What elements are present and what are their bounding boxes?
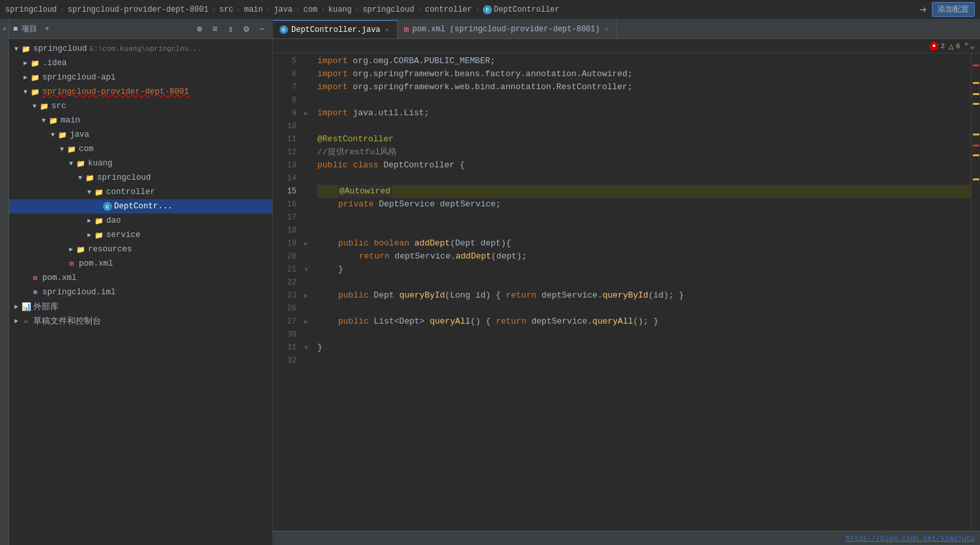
code-line-27: public List<Dept> queryAll() { return de… [317, 315, 971, 328]
tree-arrow-provider: ▼ [21, 87, 30, 96]
code-editor: 5 6 7 8 9 10 11 12 13 14 15 16 17 18 19 … [273, 53, 980, 531]
tree-item-kuang[interactable]: ▼ 📁 kuang [9, 156, 272, 171]
tree-arrow-springcloud: ▼ [12, 44, 21, 53]
code-line-21: } [317, 263, 971, 276]
tree-item-springcloud-api[interactable]: ► 📁 springcloud-api [9, 70, 272, 85]
tree-item-springcloud[interactable]: ▼ 📁 springcloud E:\com.kuang\springclou.… [9, 42, 272, 56]
tree-item-src[interactable]: ▼ 📁 src [9, 99, 272, 113]
bc-java[interactable]: java [274, 5, 293, 14]
tab-xml-icon: m [404, 25, 409, 35]
tree-label-idea: .idea [42, 59, 67, 68]
bc-src[interactable]: src [219, 5, 233, 14]
tree-arrow-service: ► [85, 231, 94, 240]
code-content[interactable]: import org.omg.CORBA.PUBLIC_MEMBER; impo… [312, 53, 971, 531]
scroll-marker-warn-4 [973, 133, 979, 135]
tree-label-kuang: kuang [88, 159, 113, 168]
tree-item-pom2[interactable]: m pom.xml [9, 271, 272, 285]
tree-item-dao[interactable]: ► 📁 dao [9, 214, 272, 228]
code-line-19: public boolean addDept(Dept dept){ [317, 237, 971, 250]
tree-item-resources[interactable]: ► 📁 resources [9, 242, 272, 257]
tab-close-deptcontroller[interactable]: ✕ [384, 26, 390, 34]
bc-com[interactable]: com [304, 5, 318, 14]
tree-item-main[interactable]: ▼ 📁 main [9, 113, 272, 128]
tree-arrow-src: ▼ [30, 102, 39, 111]
tree-arrow-pom2 [21, 273, 30, 283]
status-bar: https://blog.csdn.net/xiaojutu [273, 531, 980, 545]
tree-item-ext-libs[interactable]: ► 📊 外部库 [9, 300, 272, 314]
tree-item-service[interactable]: ► 📁 service [9, 228, 272, 242]
nav-arrows: ⌃ ⌄ [964, 41, 975, 51]
tree-item-springcloud-nested[interactable]: ▼ 📁 springcloud [9, 171, 272, 185]
tree-item-DeptController[interactable]: C DeptContr... [9, 199, 272, 214]
tree-label-provider: springcloud-provider-dept-8001 [42, 87, 189, 96]
breadcrumb-bar: springcloud › springcloud-provider-dept-… [0, 0, 980, 20]
status-url[interactable]: https://blog.csdn.net/xiaojutu [846, 535, 975, 542]
bc-kuang[interactable]: kuang [328, 5, 352, 14]
fold-icon-9[interactable]: ▶ [300, 107, 312, 120]
fold-icon-27[interactable]: ▶ [300, 315, 312, 328]
code-line-6: import org.springframework.beans.factory… [317, 68, 971, 81]
locate-button[interactable]: ⊕ [193, 23, 206, 36]
fold-close-31[interactable]: ▼ [300, 341, 312, 354]
tree-label-springcloud-nested: springcloud [97, 173, 151, 182]
fold-icon-19[interactable]: ▶ [300, 237, 312, 250]
fold-close-21[interactable]: ▼ [300, 263, 312, 276]
sidebar-dropdown-icon[interactable]: ▼ [45, 25, 49, 33]
main-layout: ▼ ■ 项目 ▼ ⊕ ≡ ⇕ ⚙ − ▼ 📁 springcloud E:\co… [0, 20, 980, 545]
folder-icon-kuang: 📁 [76, 158, 86, 169]
tree-label-pom2: pom.xml [42, 273, 77, 283]
libs-icon: 📊 [21, 301, 31, 312]
tree-label-com: com [79, 145, 94, 154]
tab-pom[interactable]: m pom.xml (springcloud-provider-dept-800… [397, 20, 617, 38]
tree-label-main: main [61, 116, 80, 125]
tree-label-iml: springcloud.iml [42, 288, 116, 297]
tab-class-icon: C [280, 25, 288, 34]
tree-item-provider[interactable]: ▼ 📁 springcloud-provider-dept-8001 [9, 85, 272, 99]
tab-deptcontroller[interactable]: C DeptController.java ✕ [273, 20, 397, 38]
gutter: ▶ ▶ ▼ ▶ ▶ ▼ [300, 53, 312, 531]
scroll-marker-error-2 [973, 145, 979, 147]
tab-close-pom[interactable]: ✕ [603, 25, 610, 33]
collapse-all-button[interactable]: ≡ [209, 23, 222, 36]
code-line-18 [317, 224, 971, 237]
tree-label-pom1: pom.xml [79, 259, 113, 268]
fold-icon-23[interactable]: ▶ [300, 289, 312, 302]
folder-icon-java: 📁 [57, 130, 68, 140]
tree-label-api: springcloud-api [42, 73, 116, 82]
tree-item-controller[interactable]: ▼ 📁 controller [9, 185, 272, 199]
sidebar-tree: ▼ 📁 springcloud E:\com.kuang\springclou.… [9, 39, 272, 545]
bc-springcloud2[interactable]: springcloud [362, 5, 414, 14]
tree-item-com[interactable]: ▼ 📁 com [9, 142, 272, 156]
code-line-15: @Autowired [317, 185, 971, 198]
tree-item-iml[interactable]: ■ springcloud.iml [9, 285, 272, 300]
code-line-13: public class DeptController { [317, 159, 971, 172]
tab-label-pom: pom.xml (springcloud-provider-dept-8001) [412, 25, 600, 34]
settings-button[interactable]: ⚙ [240, 23, 253, 36]
warn-badge: △ 6 [949, 41, 960, 51]
error-badge: ● 2 [929, 42, 945, 51]
tree-item-idea[interactable]: ► 📁 .idea [9, 56, 272, 70]
xml-icon-pom2: m [30, 273, 40, 283]
bc-controller[interactable]: controller [425, 5, 472, 14]
tree-item-java[interactable]: ▼ 📁 java [9, 128, 272, 142]
bc-main[interactable]: main [244, 5, 263, 14]
tree-arrow-kuang: ▼ [66, 159, 76, 168]
right-scrollbar[interactable] [971, 53, 980, 531]
expand-button[interactable]: ⇕ [224, 23, 237, 36]
tree-item-pom1[interactable]: m pom.xml [9, 257, 272, 271]
nav-down-icon[interactable]: ⌄ [970, 41, 975, 51]
code-line-16: private DeptService deptService; [317, 198, 971, 211]
left-toolbar-label: ▼ [1, 25, 8, 31]
minimize-button[interactable]: − [255, 23, 268, 36]
tree-path-springcloud: E:\com.kuang\springclou... [90, 45, 202, 53]
sidebar-toolbar-buttons: ⊕ ≡ ⇕ ⚙ − [193, 23, 268, 36]
code-line-7: import org.springframework.web.bind.anno… [317, 81, 971, 94]
tree-item-scratches[interactable]: ► ✍ 草稿文件和控制台 [9, 314, 272, 328]
run-icon[interactable]: ➜ [919, 3, 927, 17]
bc-provider[interactable]: springcloud-provider-dept-8001 [68, 5, 209, 14]
class-icon: C [483, 5, 492, 14]
nav-up-icon[interactable]: ⌃ [964, 41, 969, 51]
bc-springcloud[interactable]: springcloud [5, 5, 57, 14]
folder-icon-service: 📁 [94, 230, 104, 240]
add-config-button[interactable]: 添加配置 [932, 2, 975, 17]
